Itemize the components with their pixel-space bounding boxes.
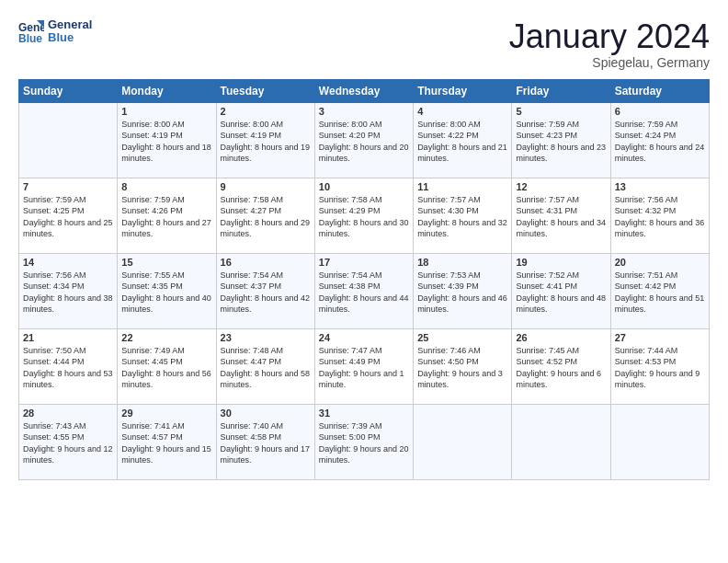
day-info: Sunrise: 7:55 AMSunset: 4:35 PMDaylight:… bbox=[121, 270, 211, 316]
day-info: Sunrise: 7:52 AMSunset: 4:41 PMDaylight:… bbox=[516, 270, 606, 316]
day-info: Sunrise: 7:54 AMSunset: 4:37 PMDaylight:… bbox=[221, 270, 311, 316]
day-number: 5 bbox=[516, 106, 606, 117]
col-monday: Monday bbox=[118, 79, 216, 102]
logo-line2: Blue bbox=[48, 31, 92, 44]
calendar-cell: 10 Sunrise: 7:58 AMSunset: 4:29 PMDaylig… bbox=[314, 178, 413, 253]
day-info: Sunrise: 7:45 AMSunset: 4:52 PMDaylight:… bbox=[516, 345, 606, 391]
day-number: 24 bbox=[319, 332, 409, 343]
logo-line1: General bbox=[48, 18, 92, 31]
day-info: Sunrise: 7:56 AMSunset: 4:32 PMDaylight:… bbox=[615, 194, 705, 240]
page-header: General Blue General Blue January 2024 S… bbox=[18, 18, 710, 70]
day-number: 13 bbox=[615, 181, 705, 192]
day-number: 8 bbox=[121, 181, 211, 192]
day-info: Sunrise: 7:59 AMSunset: 4:24 PMDaylight:… bbox=[615, 119, 705, 165]
col-saturday: Saturday bbox=[610, 79, 709, 102]
calendar-header-row: Sunday Monday Tuesday Wednesday Thursday… bbox=[19, 79, 710, 102]
day-number: 11 bbox=[417, 181, 507, 192]
calendar-cell: 22 Sunrise: 7:49 AMSunset: 4:45 PMDaylig… bbox=[118, 328, 216, 404]
calendar-cell: 6 Sunrise: 7:59 AMSunset: 4:24 PMDayligh… bbox=[610, 102, 709, 178]
calendar-cell: 8 Sunrise: 7:59 AMSunset: 4:26 PMDayligh… bbox=[118, 178, 216, 253]
day-info: Sunrise: 7:49 AMSunset: 4:45 PMDaylight:… bbox=[121, 345, 211, 391]
day-info: Sunrise: 7:59 AMSunset: 4:23 PMDaylight:… bbox=[516, 119, 606, 165]
day-info: Sunrise: 7:50 AMSunset: 4:44 PMDaylight:… bbox=[23, 345, 113, 391]
calendar-table: Sunday Monday Tuesday Wednesday Thursday… bbox=[18, 79, 710, 480]
logo: General Blue General Blue bbox=[18, 18, 92, 45]
calendar-cell bbox=[414, 404, 512, 479]
day-number: 29 bbox=[121, 408, 211, 419]
calendar-cell: 30 Sunrise: 7:40 AMSunset: 4:58 PMDaylig… bbox=[216, 404, 314, 479]
day-number: 3 bbox=[319, 106, 409, 117]
calendar-cell: 16 Sunrise: 7:54 AMSunset: 4:37 PMDaylig… bbox=[216, 253, 314, 328]
day-info: Sunrise: 7:59 AMSunset: 4:25 PMDaylight:… bbox=[23, 194, 113, 240]
day-number: 23 bbox=[221, 332, 311, 343]
logo-icon: General Blue bbox=[18, 18, 44, 44]
day-info: Sunrise: 7:44 AMSunset: 4:53 PMDaylight:… bbox=[615, 345, 705, 391]
day-info: Sunrise: 8:00 AMSunset: 4:22 PMDaylight:… bbox=[417, 119, 507, 165]
month-title: January 2024 bbox=[509, 18, 710, 55]
day-number: 4 bbox=[417, 106, 507, 117]
day-number: 7 bbox=[23, 181, 113, 192]
day-number: 2 bbox=[221, 106, 311, 117]
day-number: 26 bbox=[516, 332, 606, 343]
day-info: Sunrise: 7:43 AMSunset: 4:55 PMDaylight:… bbox=[23, 420, 113, 466]
day-info: Sunrise: 8:00 AMSunset: 4:20 PMDaylight:… bbox=[319, 119, 409, 165]
calendar-cell: 2 Sunrise: 8:00 AMSunset: 4:19 PMDayligh… bbox=[216, 102, 314, 178]
day-number: 30 bbox=[221, 408, 311, 419]
calendar-cell: 20 Sunrise: 7:51 AMSunset: 4:42 PMDaylig… bbox=[610, 253, 709, 328]
calendar-cell: 28 Sunrise: 7:43 AMSunset: 4:55 PMDaylig… bbox=[19, 404, 118, 479]
calendar-week-row: 28 Sunrise: 7:43 AMSunset: 4:55 PMDaylig… bbox=[19, 404, 710, 479]
calendar-week-row: 1 Sunrise: 8:00 AMSunset: 4:19 PMDayligh… bbox=[19, 102, 710, 178]
calendar-cell: 15 Sunrise: 7:55 AMSunset: 4:35 PMDaylig… bbox=[118, 253, 216, 328]
calendar-cell bbox=[19, 102, 118, 178]
calendar-cell: 3 Sunrise: 8:00 AMSunset: 4:20 PMDayligh… bbox=[314, 102, 413, 178]
calendar-cell: 17 Sunrise: 7:54 AMSunset: 4:38 PMDaylig… bbox=[314, 253, 413, 328]
calendar-cell: 27 Sunrise: 7:44 AMSunset: 4:53 PMDaylig… bbox=[610, 328, 709, 404]
col-tuesday: Tuesday bbox=[216, 79, 314, 102]
title-block: January 2024 Spiegelau, Germany bbox=[509, 18, 710, 70]
day-number: 16 bbox=[221, 257, 311, 268]
day-info: Sunrise: 7:51 AMSunset: 4:42 PMDaylight:… bbox=[615, 270, 705, 316]
calendar-cell: 26 Sunrise: 7:45 AMSunset: 4:52 PMDaylig… bbox=[512, 328, 610, 404]
calendar-cell: 12 Sunrise: 7:57 AMSunset: 4:31 PMDaylig… bbox=[512, 178, 610, 253]
calendar-cell: 24 Sunrise: 7:47 AMSunset: 4:49 PMDaylig… bbox=[314, 328, 413, 404]
col-thursday: Thursday bbox=[414, 79, 512, 102]
day-number: 22 bbox=[121, 332, 211, 343]
day-info: Sunrise: 7:57 AMSunset: 4:31 PMDaylight:… bbox=[516, 194, 606, 240]
day-info: Sunrise: 7:47 AMSunset: 4:49 PMDaylight:… bbox=[319, 345, 409, 391]
day-info: Sunrise: 7:53 AMSunset: 4:39 PMDaylight:… bbox=[417, 270, 507, 316]
col-friday: Friday bbox=[512, 79, 610, 102]
day-number: 6 bbox=[615, 106, 705, 117]
day-info: Sunrise: 7:58 AMSunset: 4:29 PMDaylight:… bbox=[319, 194, 409, 240]
calendar-cell: 14 Sunrise: 7:56 AMSunset: 4:34 PMDaylig… bbox=[19, 253, 118, 328]
day-info: Sunrise: 7:58 AMSunset: 4:27 PMDaylight:… bbox=[221, 194, 311, 240]
day-info: Sunrise: 7:41 AMSunset: 4:57 PMDaylight:… bbox=[121, 420, 211, 466]
day-number: 21 bbox=[23, 332, 113, 343]
day-number: 20 bbox=[615, 257, 705, 268]
calendar-cell: 23 Sunrise: 7:48 AMSunset: 4:47 PMDaylig… bbox=[216, 328, 314, 404]
calendar-cell: 31 Sunrise: 7:39 AMSunset: 5:00 PMDaylig… bbox=[314, 404, 413, 479]
calendar-cell: 7 Sunrise: 7:59 AMSunset: 4:25 PMDayligh… bbox=[19, 178, 118, 253]
calendar-cell: 18 Sunrise: 7:53 AMSunset: 4:39 PMDaylig… bbox=[414, 253, 512, 328]
day-number: 18 bbox=[417, 257, 507, 268]
location: Spiegelau, Germany bbox=[509, 55, 710, 70]
day-info: Sunrise: 8:00 AMSunset: 4:19 PMDaylight:… bbox=[121, 119, 211, 165]
calendar-cell: 29 Sunrise: 7:41 AMSunset: 4:57 PMDaylig… bbox=[118, 404, 216, 479]
calendar-cell bbox=[512, 404, 610, 479]
day-number: 14 bbox=[23, 257, 113, 268]
calendar-cell: 9 Sunrise: 7:58 AMSunset: 4:27 PMDayligh… bbox=[216, 178, 314, 253]
day-info: Sunrise: 7:57 AMSunset: 4:30 PMDaylight:… bbox=[417, 194, 507, 240]
calendar-cell: 21 Sunrise: 7:50 AMSunset: 4:44 PMDaylig… bbox=[19, 328, 118, 404]
col-wednesday: Wednesday bbox=[314, 79, 413, 102]
day-info: Sunrise: 7:39 AMSunset: 5:00 PMDaylight:… bbox=[319, 420, 409, 466]
calendar-cell: 1 Sunrise: 8:00 AMSunset: 4:19 PMDayligh… bbox=[118, 102, 216, 178]
day-info: Sunrise: 7:59 AMSunset: 4:26 PMDaylight:… bbox=[121, 194, 211, 240]
calendar-week-row: 21 Sunrise: 7:50 AMSunset: 4:44 PMDaylig… bbox=[19, 328, 710, 404]
calendar-week-row: 14 Sunrise: 7:56 AMSunset: 4:34 PMDaylig… bbox=[19, 253, 710, 328]
calendar-week-row: 7 Sunrise: 7:59 AMSunset: 4:25 PMDayligh… bbox=[19, 178, 710, 253]
day-info: Sunrise: 8:00 AMSunset: 4:19 PMDaylight:… bbox=[221, 119, 311, 165]
day-number: 19 bbox=[516, 257, 606, 268]
svg-text:Blue: Blue bbox=[18, 32, 42, 44]
calendar-cell: 19 Sunrise: 7:52 AMSunset: 4:41 PMDaylig… bbox=[512, 253, 610, 328]
day-info: Sunrise: 7:48 AMSunset: 4:47 PMDaylight:… bbox=[221, 345, 311, 391]
day-number: 28 bbox=[23, 408, 113, 419]
